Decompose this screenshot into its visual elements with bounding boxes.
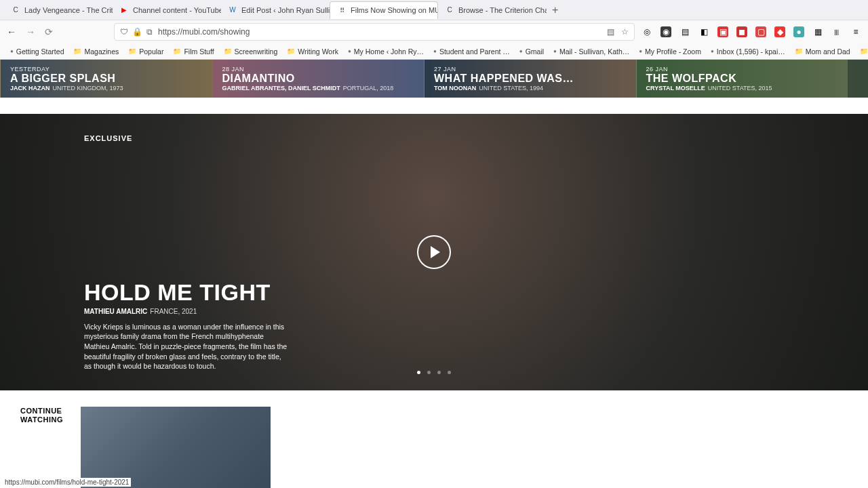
status-bar: https://mubi.com/films/hold-me-tight-202… — [3, 478, 131, 487]
tab-wordpress[interactable]: W Edit Post ‹ John Ryan Sullivan ✕ — [221, 1, 330, 19]
ext-icon-1[interactable]: ◉ — [660, 26, 671, 37]
bookmark-mail[interactable]: Mail - Sullivan, Kath… — [550, 46, 633, 57]
bookmark-film-stuff[interactable]: Film Stuff — [170, 46, 217, 57]
hero-title: HOLD ME TIGHT — [84, 281, 288, 303]
film-card-diamantino[interactable]: 28 JAN DIAMANTINO GABRIEL ABRANTES, DANI… — [212, 60, 425, 98]
tab-label: Edit Post ‹ John Ryan Sullivan — [241, 6, 330, 14]
film-meta: JACK HAZANUNITED KINGDOM, 1973 — [10, 85, 203, 92]
carousel-dot-4[interactable] — [448, 371, 451, 374]
ext-icon-6[interactable]: ▢ — [755, 26, 766, 37]
exclusive-badge: EXCLUSIVE — [84, 134, 132, 142]
bookmark-getting-started[interactable]: Getting Started — [7, 46, 67, 57]
shield-icon[interactable]: 🛡 — [120, 27, 128, 37]
tab-youtube[interactable]: ▶ Channel content - YouTube Stu ✕ — [113, 1, 221, 19]
bookmarks-bar: Getting Started Magazines Popular Film S… — [0, 43, 868, 60]
hero-description: Vicky Krieps is luminous as a woman unde… — [84, 322, 288, 371]
film-date: YESTERDAY — [10, 66, 203, 73]
film-date: 27 JAN — [434, 66, 627, 73]
url-text: https://mubi.com/showing — [158, 27, 250, 37]
film-date: 28 JAN — [222, 66, 415, 73]
hero-feature[interactable]: EXCLUSIVE HOLD ME TIGHT MATHIEU AMALRICF… — [0, 114, 868, 390]
film-card-wolfpack[interactable]: 26 JAN THE WOLFPACK CRYSTAL MOSELLEUNITE… — [636, 60, 848, 98]
bookmark-mom-dad[interactable]: Mom and Dad — [791, 46, 854, 57]
ext-icon-3[interactable]: ◧ — [698, 26, 709, 37]
carousel-dots — [417, 371, 451, 374]
pocket-icon[interactable]: ◎ — [642, 26, 652, 37]
address-bar: ← → ⟳ 🛡 🔒 ⧉ https://mubi.com/showing ▤ ☆… — [0, 20, 868, 43]
film-meta: GABRIEL ABRANTES, DANIEL SCHMIDTPORTUGAL… — [222, 85, 415, 92]
bookmark-student-parent[interactable]: Student and Parent … — [430, 46, 513, 57]
bookmark-gmail[interactable]: Gmail — [516, 46, 547, 57]
film-meta: CRYSTAL MOSELLEUNITED STATES, 2015 — [646, 85, 839, 92]
ext-icon-8[interactable]: ● — [793, 26, 804, 37]
reader-icon[interactable]: ▤ — [607, 27, 614, 37]
permissions-icon[interactable]: ⧉ — [146, 27, 153, 37]
carousel-dot-2[interactable] — [427, 371, 431, 374]
film-title: THE WOLFPACK — [646, 73, 839, 85]
film-title: DIAMANTINO — [222, 73, 415, 85]
tab-label: Lady Vengeance - The Criterion — [24, 6, 113, 14]
film-title: WHAT HAPPENED WAS… — [434, 73, 627, 85]
tab-label: Browse - The Criterion Channel — [458, 6, 547, 14]
ext-icon-9[interactable]: ▦ — [812, 26, 823, 37]
bookmark-inbox[interactable]: Inbox (1,596) - kpai… — [707, 46, 789, 57]
forward-button[interactable]: → — [26, 26, 35, 37]
tab-label: Channel content - YouTube Stu — [133, 6, 221, 14]
bookmark-writing-work[interactable]: Writing Work — [283, 46, 342, 57]
film-of-the-day-strip: YESTERDAY A BIGGER SPLASH JACK HAZANUNIT… — [0, 60, 868, 98]
bookmark-screenwriting[interactable]: Screenwriting — [220, 46, 281, 57]
reload-button[interactable]: ⟳ — [45, 26, 53, 37]
tab-mubi[interactable]: ⠿ Films Now Showing on MUBI ✕ — [330, 1, 438, 19]
bookmark-schoolwork[interactable]: Schoolwork — [856, 46, 868, 57]
film-date: 26 JAN — [646, 66, 839, 73]
continue-watching-section: CONTINUEWATCHING SHER — [0, 390, 868, 488]
tab-favicon: C — [11, 5, 20, 15]
tab-favicon: W — [228, 5, 237, 15]
tab-criterion-2[interactable]: C Browse - The Criterion Channel ✕ — [438, 1, 547, 19]
film-meta: TOM NOONANUNITED STATES, 1994 — [434, 85, 627, 92]
ext-icon-4[interactable]: ▣ — [717, 26, 728, 37]
new-tab-button[interactable]: + — [547, 4, 564, 16]
play-button[interactable] — [417, 235, 451, 269]
hero-meta: MATHIEU AMALRICFRANCE, 2021 — [84, 308, 288, 315]
film-card-bigger-splash[interactable]: YESTERDAY A BIGGER SPLASH JACK HAZANUNIT… — [0, 60, 212, 98]
ext-icon-7[interactable]: ◆ — [774, 26, 785, 37]
strip-next-peek[interactable] — [848, 60, 868, 98]
film-card-what-happened[interactable]: 27 JAN WHAT HAPPENED WAS… TOM NOONANUNIT… — [424, 60, 636, 98]
ext-icon-5[interactable]: ◼ — [736, 26, 747, 37]
film-title: A BIGGER SPLASH — [10, 73, 203, 85]
tab-favicon: ⠿ — [337, 5, 347, 15]
carousel-dot-1[interactable] — [417, 371, 420, 374]
ext-icon-2[interactable]: ▤ — [679, 26, 690, 37]
tab-label: Films Now Showing on MUBI — [351, 6, 438, 14]
url-input[interactable]: 🛡 🔒 ⧉ https://mubi.com/showing ▤ ☆ — [114, 23, 635, 41]
tab-favicon: C — [445, 5, 454, 15]
continue-watching-item[interactable]: SHER — [81, 407, 271, 488]
bookmark-my-home[interactable]: My Home ‹ John Ry… — [344, 46, 427, 57]
menu-icon[interactable]: ≡ — [850, 26, 861, 37]
page-content: YESTERDAY A BIGGER SPLASH JACK HAZANUNIT… — [0, 60, 868, 488]
bookmark-star-icon[interactable]: ☆ — [621, 27, 629, 37]
bookmark-zoom[interactable]: My Profile - Zoom — [635, 46, 705, 57]
tab-criterion-1[interactable]: C Lady Vengeance - The Criterion ✕ — [4, 1, 113, 19]
bookmark-magazines[interactable]: Magazines — [70, 46, 122, 57]
carousel-dot-3[interactable] — [437, 371, 441, 374]
back-button[interactable]: ← — [7, 26, 16, 37]
tab-favicon: ▶ — [119, 5, 129, 15]
bookmark-popular[interactable]: Popular — [125, 46, 167, 57]
browser-tab-bar: C Lady Vengeance - The Criterion ✕ ▶ Cha… — [0, 0, 868, 20]
library-icon[interactable]: ⫼ — [831, 26, 842, 37]
hero-info: HOLD ME TIGHT MATHIEU AMALRICFRANCE, 202… — [84, 281, 288, 371]
lock-icon: 🔒 — [132, 27, 142, 37]
continue-watching-label: CONTINUEWATCHING — [20, 407, 63, 424]
